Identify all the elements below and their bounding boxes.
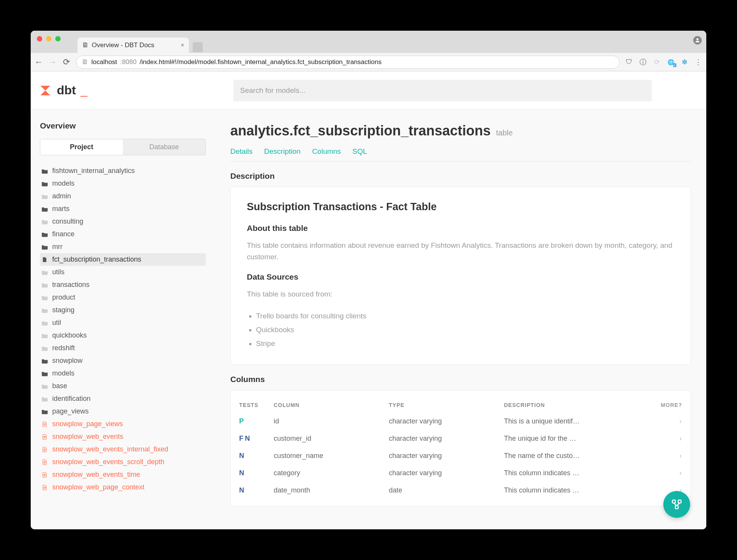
folder-open-icon	[41, 244, 48, 250]
reload-icon[interactable]: ⟳	[62, 57, 71, 67]
tab-description[interactable]: Description	[264, 147, 301, 156]
column-desc: This column indicates …	[504, 469, 655, 477]
search-input[interactable]	[233, 80, 652, 101]
test-badge: N	[239, 486, 244, 494]
column-row[interactable]: Pidcharacter varyingThis is a unique ide…	[231, 413, 691, 430]
chevron-right-icon[interactable]: ›	[655, 469, 682, 477]
tree-item-label: snowplow	[52, 357, 83, 365]
tree-item[interactable]: utils	[40, 266, 206, 278]
tree-item[interactable]: consulting	[40, 215, 206, 228]
column-type: character varying	[389, 417, 504, 425]
about-heading: About this table	[247, 224, 674, 233]
description-card: Subscription Transactions - Fact Table A…	[230, 187, 691, 365]
extension-icons: 🛡 ⓘ ⟳ 🌐x ✽ ⋮	[625, 58, 702, 66]
info-icon[interactable]: ⓘ	[639, 58, 647, 66]
tree-item[interactable]: base	[40, 380, 206, 392]
tree-item[interactable]: snowplow_web_events_scroll_depth	[40, 456, 206, 468]
folder-closed-icon	[41, 308, 48, 313]
chevron-right-icon[interactable]: ›	[655, 452, 682, 460]
test-badge: N	[239, 452, 244, 460]
sources-list: Trello boards for consulting clients Qui…	[247, 309, 674, 351]
tree-item[interactable]: product	[40, 291, 206, 304]
tab-project[interactable]: Project	[40, 139, 123, 155]
tree-item[interactable]: page_views	[40, 405, 206, 418]
folder-closed-icon	[41, 384, 48, 389]
tree-item[interactable]: snowplow	[40, 354, 206, 367]
tree-item[interactable]: admin	[40, 190, 206, 203]
tree-item[interactable]: staging	[40, 304, 206, 316]
test-badge: P	[239, 417, 244, 425]
chevron-right-icon[interactable]: ›	[655, 435, 682, 443]
browser-tab[interactable]: 🗎 Overview - DBT Docs ×	[78, 38, 189, 53]
tree-item-label: transactions	[52, 281, 89, 289]
globe-icon[interactable]: 🌐x	[666, 58, 675, 66]
minimize-window-icon[interactable]	[46, 36, 51, 41]
tree-item[interactable]: finance	[40, 228, 206, 240]
tree-item[interactable]: snowplow_web_events	[40, 430, 206, 443]
tree-item[interactable]: fct_subscription_transactions	[40, 253, 206, 266]
forward-icon[interactable]: →	[48, 57, 57, 67]
tab-columns[interactable]: Columns	[312, 147, 341, 156]
tree-item-label: snowplow_web_events_scroll_depth	[52, 458, 164, 466]
tree-item-label: base	[52, 382, 67, 390]
close-window-icon[interactable]	[37, 36, 42, 41]
logo-text: dbt	[57, 83, 76, 97]
column-name: category	[274, 469, 389, 477]
tab-database[interactable]: Database	[123, 139, 205, 155]
lineage-fab-button[interactable]	[663, 491, 690, 518]
snowflake-icon[interactable]: ✽	[680, 58, 689, 66]
tree-item[interactable]: snowplow_web_page_context	[40, 481, 206, 494]
tab-details[interactable]: Details	[230, 147, 253, 156]
shield-icon[interactable]: 🛡	[625, 58, 633, 66]
tree-item[interactable]: identification	[40, 392, 206, 405]
tree-item-label: models	[52, 369, 74, 377]
tab-sql[interactable]: SQL	[352, 147, 367, 156]
url-host: localhost	[91, 58, 117, 66]
tree-item[interactable]: transactions	[40, 278, 206, 291]
window-controls	[37, 36, 61, 41]
dbt-logo[interactable]: dbt_	[38, 83, 88, 97]
svg-rect-3	[675, 506, 678, 509]
tests-cell: P	[239, 417, 274, 425]
test-badge: N	[239, 469, 244, 477]
tree-item-label: snowplow_web_page_context	[52, 483, 144, 491]
page-info-icon[interactable]: 🗎	[82, 58, 88, 66]
kebab-menu-icon[interactable]: ⋮	[694, 58, 702, 66]
tree-item[interactable]: redshift	[40, 342, 206, 354]
chevron-right-icon[interactable]: ›	[655, 417, 682, 425]
dbt-logo-icon	[38, 84, 52, 97]
new-tab-button[interactable]	[193, 42, 203, 52]
tree-item[interactable]: fishtown_internal_analytics	[40, 165, 206, 177]
tree-item[interactable]: mrr	[40, 240, 206, 253]
column-row[interactable]: Ncategorycharacter varyingThis column in…	[231, 464, 691, 482]
tree-item[interactable]: marts	[40, 203, 206, 215]
tree-item[interactable]: models	[40, 367, 206, 380]
tree-item-label: marts	[52, 205, 69, 213]
folder-closed-icon	[41, 396, 48, 402]
tree-item[interactable]: snowplow_web_events_internal_fixed	[40, 443, 206, 456]
file-icon	[41, 257, 48, 262]
tree-item[interactable]: snowplow_page_views	[40, 418, 206, 430]
sync-icon[interactable]: ⟳	[653, 58, 661, 66]
tree-item-label: mrr	[52, 243, 63, 251]
tree-item[interactable]: quickbooks	[40, 329, 206, 342]
tree-item[interactable]: util	[40, 316, 206, 329]
maximize-window-icon[interactable]	[55, 36, 61, 41]
tree-item[interactable]: models	[40, 177, 206, 190]
browser-toolbar: ← → ⟳ 🗎 localhost:8080/index.html#!/mode…	[31, 53, 706, 71]
profile-avatar-icon[interactable]	[693, 36, 702, 44]
tree-item-label: fishtown_internal_analytics	[52, 167, 135, 175]
close-tab-icon[interactable]: ×	[181, 42, 184, 49]
model-title: analytics.fct_subscription_transactions	[230, 123, 491, 139]
browser-tab-strip: 🗎 Overview - DBT Docs ×	[31, 31, 706, 53]
column-name: id	[274, 417, 389, 425]
column-row[interactable]: Ncustomer_namecharacter varyingThe name …	[231, 447, 691, 464]
column-type: character varying	[389, 452, 504, 460]
tree-item[interactable]: snowplow_web_events_time	[40, 468, 206, 481]
column-row[interactable]: FNcustomer_idcharacter varyingThe unique…	[231, 430, 691, 447]
columns-table: TESTS COLUMN TYPE DESCRIPTION MORE? Pidc…	[230, 390, 691, 506]
svg-rect-2	[678, 500, 681, 503]
back-icon[interactable]: ←	[35, 57, 43, 67]
url-bar[interactable]: 🗎 localhost:8080/index.html#!/model/mode…	[76, 56, 620, 69]
column-row[interactable]: Ndate_monthdateThis column indicates …›	[231, 482, 691, 499]
